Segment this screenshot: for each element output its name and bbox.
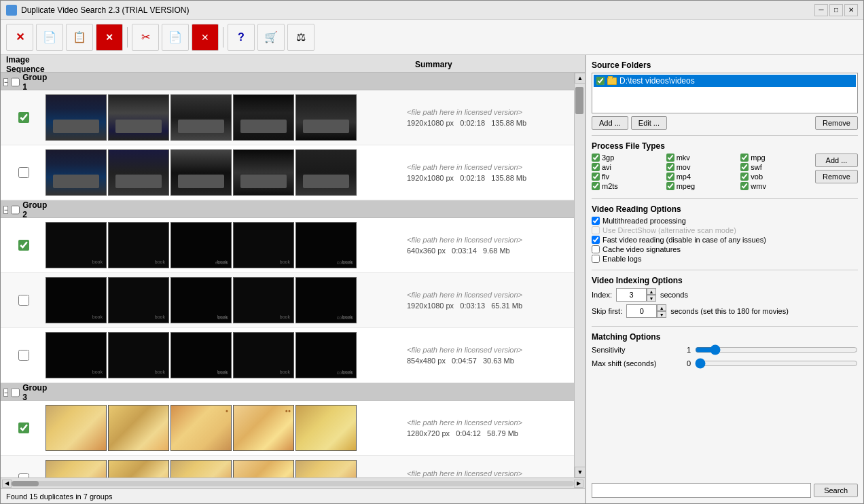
directshow-checkbox[interactable] bbox=[592, 226, 600, 234]
row-3-1-info: <file path here in licensed version> 128… bbox=[401, 416, 571, 440]
enable-logs-checkbox[interactable] bbox=[592, 255, 600, 263]
group-1-collapse[interactable]: − bbox=[3, 78, 8, 86]
multithreaded-label: Multithreaded processing bbox=[602, 217, 686, 225]
scroll-left-button[interactable]: ◀ bbox=[2, 480, 12, 488]
main-area: Image Sequence Summary − Group 1 bbox=[1, 55, 863, 503]
video-indexing-section: Video Indexing Options Index: 3 ▲ ▼ seco… bbox=[592, 276, 858, 321]
group-1-checkbox[interactable] bbox=[11, 77, 20, 87]
scroll-up-button[interactable]: ▲ bbox=[575, 73, 585, 84]
thumb-d11 bbox=[46, 332, 107, 378]
group-3-header[interactable]: − Group 3 bbox=[1, 383, 574, 401]
row-2-2-checkbox[interactable] bbox=[18, 295, 29, 306]
enable-logs-label: Enable logs bbox=[602, 255, 642, 263]
row-1-1-checkbox[interactable] bbox=[18, 112, 29, 123]
h-scroll-track[interactable] bbox=[12, 481, 574, 486]
status-message: Found 15 duplicates in 7 groups bbox=[6, 492, 113, 501]
row-2-1-meta: 640x360 px 0:03:14 9.68 Mb bbox=[407, 247, 566, 255]
directshow-option: Use DirectShow (alternative scan mode) bbox=[592, 226, 858, 234]
thumb-5 bbox=[295, 94, 357, 141]
index-input[interactable]: 3 bbox=[616, 288, 647, 302]
directshow-label: Use DirectShow (alternative scan mode) bbox=[602, 226, 736, 234]
row-2-1-path: <file path here in licensed version> bbox=[407, 236, 566, 244]
minimize-button[interactable]: ─ bbox=[814, 4, 828, 16]
balance-button[interactable]: ⚖ bbox=[287, 24, 314, 51]
thumb-d1 bbox=[46, 222, 107, 268]
help-button[interactable]: ? bbox=[228, 24, 255, 51]
file-types-area: 3gp mkv mpg avi mov swf flv mp4 vob m2ts… bbox=[592, 154, 858, 193]
row-2-1-info: <file path here in licensed version> 640… bbox=[401, 233, 571, 257]
copy2-button[interactable]: 📄 bbox=[162, 24, 189, 51]
h-scroll-thumb[interactable] bbox=[12, 481, 39, 486]
copy-button[interactable]: 📋 bbox=[66, 24, 93, 51]
maximize-button[interactable]: □ bbox=[829, 4, 843, 16]
delete2-button[interactable]: ✕ bbox=[192, 24, 219, 51]
close-button[interactable]: ✕ bbox=[844, 4, 858, 16]
cache-signatures-option: Cache video signatures bbox=[592, 245, 858, 253]
index-spinner: 3 ▲ ▼ bbox=[616, 288, 656, 302]
thumb-d3: ebook bbox=[170, 222, 232, 268]
index-down-button[interactable]: ▼ bbox=[647, 295, 656, 302]
filetype-mp4: mp4 bbox=[666, 173, 736, 181]
thumb-2 bbox=[108, 94, 169, 141]
max-shift-row: Max shift (seconds) 0 bbox=[592, 358, 858, 369]
row-1-2-meta: 1920x1080 px 0:02:18 135.88 Mb bbox=[407, 174, 566, 182]
scroll-thumb[interactable] bbox=[575, 87, 583, 114]
scroll-down-button[interactable]: ▼ bbox=[575, 467, 585, 478]
group-3-checkbox[interactable] bbox=[11, 388, 20, 397]
cache-signatures-checkbox[interactable] bbox=[592, 245, 600, 253]
file-types-section: Process File Types 3gp mkv mpg avi mov s… bbox=[592, 141, 858, 193]
shop-button[interactable]: 🛒 bbox=[257, 24, 285, 51]
group-3-collapse[interactable]: − bbox=[3, 389, 8, 397]
row-2-3-meta: 854x480 px 0:04:57 30.63 Mb bbox=[407, 357, 566, 365]
row-1-checkbox-area bbox=[3, 112, 44, 123]
filetype-buttons: Add ... Remove bbox=[815, 154, 858, 193]
source-folders-section: Source Folders D:\test videos\videos Add… bbox=[592, 60, 858, 130]
sensitivity-slider[interactable] bbox=[695, 344, 858, 355]
row-3-1-checkbox[interactable] bbox=[18, 422, 29, 433]
toolbar-separator-2 bbox=[223, 27, 223, 48]
skip-first-up-button[interactable]: ▲ bbox=[657, 304, 666, 311]
close-all-button[interactable]: ✕ bbox=[6, 24, 33, 51]
index-up-button[interactable]: ▲ bbox=[647, 288, 656, 295]
edit-folder-button[interactable]: Edit ... bbox=[631, 116, 667, 130]
row-2-2-thumbnails: book colbook bbox=[44, 274, 401, 326]
right-panel: Source Folders D:\test videos\videos Add… bbox=[585, 55, 863, 503]
search-button[interactable]: Search bbox=[814, 484, 858, 497]
thumb-i6 bbox=[46, 460, 107, 478]
group-2-header[interactable]: − Group 2 bbox=[1, 200, 574, 218]
matching-options-section: Matching Options Sensitivity 1 Max shift… bbox=[592, 332, 858, 372]
divider-2 bbox=[592, 198, 858, 199]
add-folder-button[interactable]: Add ... bbox=[592, 116, 628, 130]
filetype-mpeg: mpeg bbox=[666, 182, 736, 190]
delete-red-button[interactable]: ✕ bbox=[96, 24, 123, 51]
multithreaded-checkbox[interactable] bbox=[592, 217, 600, 225]
remove-filetype-button[interactable]: Remove bbox=[815, 170, 858, 183]
search-input[interactable] bbox=[592, 483, 811, 498]
max-shift-slider[interactable] bbox=[695, 358, 858, 369]
group-1-header[interactable]: − Group 1 bbox=[1, 73, 574, 90]
row-2-3-thumbnails: book colbook bbox=[44, 329, 401, 381]
group-2-collapse[interactable]: − bbox=[3, 206, 8, 214]
folder-1-checkbox[interactable] bbox=[596, 77, 605, 85]
table-row: book colbook <file path here in licensed… bbox=[1, 273, 574, 328]
multithreaded-option: Multithreaded processing bbox=[592, 217, 858, 225]
scroll-right-button[interactable]: ▶ bbox=[574, 480, 583, 488]
thumb-d12 bbox=[108, 332, 169, 378]
cut-button[interactable]: ✂ bbox=[132, 24, 159, 51]
row-2-1-checkbox[interactable] bbox=[18, 240, 29, 251]
scroll-track[interactable] bbox=[575, 84, 585, 467]
new-button[interactable]: 📄 bbox=[36, 24, 63, 51]
row-1-2-checkbox[interactable] bbox=[18, 167, 29, 178]
folder-item-1[interactable]: D:\test videos\videos bbox=[594, 75, 856, 87]
add-filetype-button[interactable]: Add ... bbox=[815, 154, 858, 167]
divider-1 bbox=[592, 135, 858, 136]
skip-first-input[interactable]: 0 bbox=[626, 304, 657, 318]
table-row: book colbook <file path here in licensed… bbox=[1, 328, 574, 383]
thumb-i2 bbox=[108, 405, 169, 451]
fast-reading-checkbox[interactable] bbox=[592, 236, 600, 244]
group-2-checkbox[interactable] bbox=[11, 205, 20, 215]
skip-first-down-button[interactable]: ▼ bbox=[657, 311, 666, 318]
row-2-3-checkbox[interactable] bbox=[18, 350, 29, 361]
remove-folder-button[interactable]: Remove bbox=[815, 116, 858, 130]
thumb-d4 bbox=[233, 222, 294, 268]
